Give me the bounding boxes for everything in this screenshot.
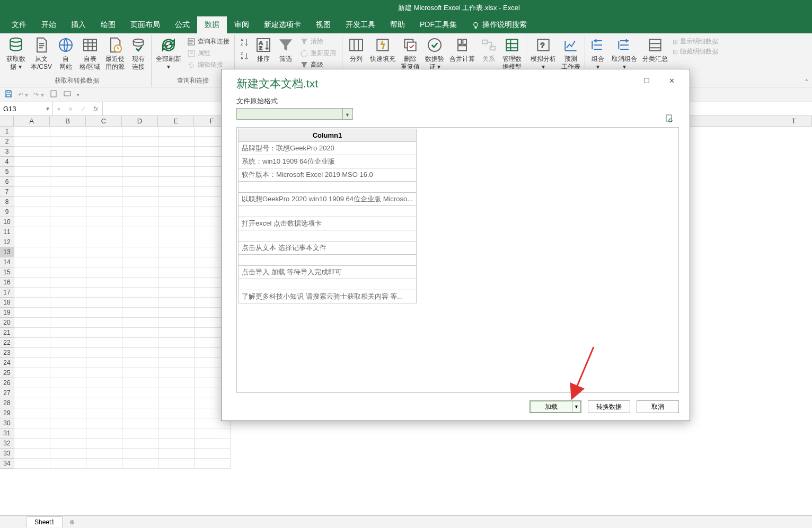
cell[interactable] — [14, 408, 50, 418]
cell[interactable] — [50, 288, 86, 298]
refresh-all-button[interactable]: 全部刷新 ▾ — [154, 35, 183, 73]
cell[interactable] — [158, 127, 195, 137]
cell[interactable] — [86, 298, 122, 308]
cell[interactable] — [122, 127, 158, 137]
cell[interactable] — [122, 227, 158, 237]
cell[interactable] — [14, 459, 50, 469]
cell[interactable] — [14, 247, 50, 257]
cell[interactable] — [158, 187, 195, 197]
row-header[interactable]: 27 — [0, 388, 14, 398]
cell[interactable] — [158, 298, 195, 308]
row-header[interactable]: 23 — [0, 348, 14, 358]
cell[interactable] — [14, 147, 50, 157]
row-header[interactable]: 13 — [0, 247, 14, 257]
row-header[interactable]: 25 — [0, 368, 14, 378]
cell[interactable] — [14, 177, 50, 187]
recent-sources-button[interactable]: 最近使 用的源 — [103, 35, 127, 73]
cell[interactable] — [158, 177, 195, 187]
cell[interactable] — [14, 388, 50, 398]
add-sheet-button[interactable]: ⊕ — [67, 517, 77, 527]
cell[interactable] — [14, 308, 50, 318]
cell[interactable] — [14, 167, 50, 177]
cell[interactable] — [158, 167, 195, 177]
cell[interactable] — [50, 378, 86, 388]
cell[interactable] — [122, 267, 158, 278]
cell[interactable] — [195, 428, 231, 438]
cell[interactable] — [195, 459, 231, 469]
cell[interactable] — [122, 278, 158, 288]
cell[interactable] — [158, 257, 195, 267]
cell[interactable] — [50, 348, 86, 358]
cell[interactable] — [50, 217, 86, 227]
cell[interactable] — [50, 418, 86, 428]
cell[interactable] — [158, 459, 195, 469]
from-table-range-button[interactable]: 自表 格/区域 — [77, 35, 102, 73]
cells-area[interactable] — [14, 127, 231, 469]
cell[interactable] — [86, 318, 122, 328]
cell[interactable] — [86, 247, 122, 257]
name-box[interactable]: ▼ — [0, 102, 53, 115]
relationships-button[interactable]: 关系 — [478, 35, 499, 65]
cell[interactable] — [50, 438, 86, 449]
cell[interactable] — [158, 428, 195, 438]
cell[interactable] — [14, 217, 50, 227]
cell[interactable] — [14, 288, 50, 298]
collapse-ribbon-button[interactable]: ⌃ — [804, 78, 809, 85]
cell[interactable] — [122, 157, 158, 167]
cell[interactable] — [50, 308, 86, 318]
cell[interactable] — [86, 288, 122, 298]
insert-function-arrow[interactable]: ▾ — [57, 105, 60, 113]
qa-customize-button[interactable]: ▾ — [77, 92, 80, 97]
row-header[interactable]: 31 — [0, 428, 14, 438]
cell[interactable] — [122, 137, 158, 147]
enter-formula-button[interactable]: ✓ — [81, 105, 86, 113]
manage-model-button[interactable]: 管理数 据模型 — [500, 35, 524, 73]
row-header[interactable]: 18 — [0, 298, 14, 308]
cancel-formula-button[interactable]: ✕ — [68, 105, 73, 113]
qa-print-button[interactable] — [49, 90, 58, 100]
cell[interactable] — [50, 137, 86, 147]
cell[interactable] — [86, 308, 122, 318]
cell[interactable] — [86, 157, 122, 167]
cell[interactable] — [86, 257, 122, 267]
row-header[interactable]: 11 — [0, 227, 14, 237]
cell[interactable] — [14, 227, 50, 237]
cell[interactable] — [158, 157, 195, 167]
cell[interactable] — [158, 197, 195, 207]
row-header[interactable]: 33 — [0, 449, 14, 459]
row-header[interactable]: 20 — [0, 318, 14, 328]
cell[interactable] — [86, 408, 122, 418]
get-data-button[interactable]: 获取数 据 ▾ — [4, 35, 28, 73]
cell[interactable] — [86, 338, 122, 348]
cell[interactable] — [122, 449, 158, 459]
cell[interactable] — [14, 358, 50, 368]
name-box-input[interactable] — [3, 105, 40, 113]
cell[interactable] — [50, 398, 86, 408]
cell[interactable] — [158, 378, 195, 388]
cell[interactable] — [122, 328, 158, 338]
fx-button[interactable]: fx — [93, 105, 98, 113]
cell[interactable] — [158, 237, 195, 247]
cell[interactable] — [158, 227, 195, 237]
cell[interactable] — [14, 187, 50, 197]
forecast-sheet-button[interactable]: 预测 工作表 — [559, 35, 582, 73]
cell[interactable] — [50, 257, 86, 267]
from-text-csv-button[interactable]: 从文 本/CSV — [29, 35, 54, 73]
cell[interactable] — [86, 147, 122, 157]
cell[interactable] — [86, 358, 122, 368]
cell[interactable] — [122, 247, 158, 257]
tab-pagelayout[interactable]: 页面布局 — [123, 16, 167, 33]
redo-button[interactable]: ↷ ▾ — [33, 91, 43, 99]
tab-home[interactable]: 开始 — [34, 16, 64, 33]
col-header[interactable]: B — [50, 116, 86, 126]
tab-help[interactable]: 帮助 — [383, 16, 412, 33]
tab-developer[interactable]: 开发工具 — [338, 16, 383, 33]
cell[interactable] — [122, 197, 158, 207]
row-header[interactable]: 16 — [0, 278, 14, 288]
cell[interactable] — [122, 358, 158, 368]
col-header[interactable]: T — [776, 116, 812, 126]
cell[interactable] — [14, 328, 50, 338]
cell[interactable] — [50, 428, 86, 438]
cell[interactable] — [158, 278, 195, 288]
cell[interactable] — [14, 368, 50, 378]
